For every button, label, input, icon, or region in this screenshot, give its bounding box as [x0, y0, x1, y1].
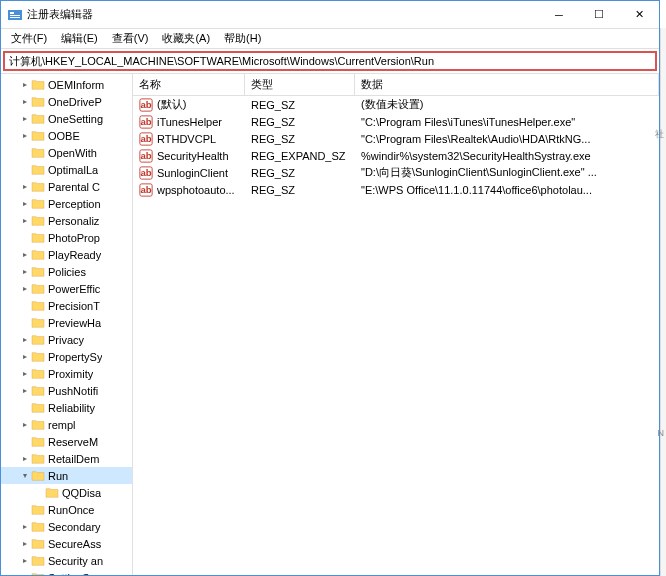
- tree-item[interactable]: PrecisionT: [1, 297, 132, 314]
- list-row[interactable]: abwpsphotoauto...REG_SZ"E:\WPS Office\11…: [133, 181, 659, 198]
- expander-icon[interactable]: ▸: [19, 539, 31, 548]
- tree-label: OneSetting: [48, 113, 103, 125]
- tree-label: SecureAss: [48, 538, 101, 550]
- titlebar[interactable]: 注册表编辑器 ─ ☐ ✕: [1, 1, 659, 29]
- tree-item[interactable]: ▸SettingSyn: [1, 569, 132, 575]
- expander-icon[interactable]: ▸: [19, 369, 31, 378]
- tree-label: PowerEffic: [48, 283, 100, 295]
- tree-item[interactable]: ReserveM: [1, 433, 132, 450]
- tree-item[interactable]: QQDisa: [1, 484, 132, 501]
- tree-item[interactable]: ▸Personaliz: [1, 212, 132, 229]
- col-header-type[interactable]: 类型: [245, 74, 355, 95]
- svg-text:ab: ab: [140, 166, 151, 177]
- tree-item[interactable]: ▸OneSetting: [1, 110, 132, 127]
- expander-icon[interactable]: ▸: [19, 352, 31, 361]
- menu-file[interactable]: 文件(F): [5, 29, 53, 48]
- svg-text:ab: ab: [140, 115, 151, 126]
- expander-icon[interactable]: ▸: [19, 386, 31, 395]
- close-button[interactable]: ✕: [619, 1, 659, 28]
- tree-item[interactable]: ▾Run: [1, 467, 132, 484]
- list-body: ab(默认)REG_SZ(数值未设置)abiTunesHelperREG_SZ"…: [133, 96, 659, 198]
- expander-icon[interactable]: ▸: [19, 267, 31, 276]
- value-data: "D:\向日葵\SunloginClient\SunloginClient.ex…: [355, 165, 659, 180]
- value-type: REG_EXPAND_SZ: [245, 150, 355, 162]
- menu-favorites[interactable]: 收藏夹(A): [156, 29, 216, 48]
- tree-item[interactable]: Reliability: [1, 399, 132, 416]
- menubar: 文件(F) 编辑(E) 查看(V) 收藏夹(A) 帮助(H): [1, 29, 659, 49]
- list-row[interactable]: ab(默认)REG_SZ(数值未设置): [133, 96, 659, 113]
- list-row[interactable]: abSunloginClientREG_SZ"D:\向日葵\SunloginCl…: [133, 164, 659, 181]
- expander-icon[interactable]: ▸: [19, 216, 31, 225]
- side-char: 社: [655, 128, 664, 141]
- tree-item[interactable]: ▸PowerEffic: [1, 280, 132, 297]
- expander-icon[interactable]: ▸: [19, 131, 31, 140]
- expander-icon[interactable]: ▸: [19, 80, 31, 89]
- tree-item[interactable]: PreviewHa: [1, 314, 132, 331]
- expander-icon[interactable]: ▸: [19, 335, 31, 344]
- tree-item[interactable]: ▸PushNotifi: [1, 382, 132, 399]
- tree-item[interactable]: ▸Proximity: [1, 365, 132, 382]
- tree-label: PrecisionT: [48, 300, 100, 312]
- tree-item[interactable]: ▸Secondary: [1, 518, 132, 535]
- window-title: 注册表编辑器: [27, 7, 539, 22]
- side-strip: 社 N: [660, 28, 666, 576]
- list-row[interactable]: abRTHDVCPLREG_SZ"C:\Program Files\Realte…: [133, 130, 659, 147]
- tree-item[interactable]: ▸Parental C: [1, 178, 132, 195]
- tree-item[interactable]: ▸PlayReady: [1, 246, 132, 263]
- col-header-name[interactable]: 名称: [133, 74, 245, 95]
- list-row[interactable]: abSecurityHealthREG_EXPAND_SZ%windir%\sy…: [133, 147, 659, 164]
- expander-icon[interactable]: ▸: [19, 182, 31, 191]
- expander-icon[interactable]: ▸: [19, 250, 31, 259]
- tree-label: Security an: [48, 555, 103, 567]
- tree-item[interactable]: RunOnce: [1, 501, 132, 518]
- tree-label: Parental C: [48, 181, 100, 193]
- tree-item[interactable]: ▸Perception: [1, 195, 132, 212]
- tree-pane[interactable]: ▸OEMInform▸OneDriveP▸OneSetting▸OOBEOpen…: [1, 74, 133, 575]
- tree-label: PropertySy: [48, 351, 102, 363]
- tree-item[interactable]: ▸Policies: [1, 263, 132, 280]
- minimize-button[interactable]: ─: [539, 1, 579, 28]
- menu-edit[interactable]: 编辑(E): [55, 29, 104, 48]
- value-name: iTunesHelper: [157, 116, 222, 128]
- expander-icon[interactable]: ▸: [19, 284, 31, 293]
- tree-item[interactable]: ▸RetailDem: [1, 450, 132, 467]
- expander-icon[interactable]: ▸: [19, 573, 31, 575]
- address-bar[interactable]: 计算机\HKEY_LOCAL_MACHINE\SOFTWARE\Microsof…: [3, 51, 657, 71]
- expander-icon[interactable]: ▸: [19, 522, 31, 531]
- expander-icon[interactable]: ▸: [19, 114, 31, 123]
- list-pane[interactable]: 名称 类型 数据 ab(默认)REG_SZ(数值未设置)abiTunesHelp…: [133, 74, 659, 575]
- tree-label: OOBE: [48, 130, 80, 142]
- tree-item[interactable]: ▸PropertySy: [1, 348, 132, 365]
- tree-item[interactable]: ▸SecureAss: [1, 535, 132, 552]
- expander-icon[interactable]: ▸: [19, 556, 31, 565]
- col-header-data[interactable]: 数据: [355, 74, 659, 95]
- tree-item[interactable]: PhotoProp: [1, 229, 132, 246]
- expander-icon[interactable]: ▾: [19, 471, 31, 480]
- expander-icon[interactable]: ▸: [19, 97, 31, 106]
- tree-item[interactable]: ▸rempl: [1, 416, 132, 433]
- value-type: REG_SZ: [245, 116, 355, 128]
- content-area: ▸OEMInform▸OneDriveP▸OneSetting▸OOBEOpen…: [1, 73, 659, 575]
- tree-label: Privacy: [48, 334, 84, 346]
- tree-label: OpenWith: [48, 147, 97, 159]
- menu-help[interactable]: 帮助(H): [218, 29, 267, 48]
- tree-label: ReserveM: [48, 436, 98, 448]
- tree-item[interactable]: ▸OEMInform: [1, 76, 132, 93]
- tree-item[interactable]: OptimalLa: [1, 161, 132, 178]
- menu-view[interactable]: 查看(V): [106, 29, 155, 48]
- maximize-button[interactable]: ☐: [579, 1, 619, 28]
- tree-label: OEMInform: [48, 79, 104, 91]
- list-row[interactable]: abiTunesHelperREG_SZ"C:\Program Files\iT…: [133, 113, 659, 130]
- expander-icon[interactable]: ▸: [19, 454, 31, 463]
- tree-item[interactable]: ▸Security an: [1, 552, 132, 569]
- tree-label: PushNotifi: [48, 385, 98, 397]
- expander-icon[interactable]: ▸: [19, 420, 31, 429]
- tree-item[interactable]: ▸OneDriveP: [1, 93, 132, 110]
- tree-item[interactable]: ▸OOBE: [1, 127, 132, 144]
- tree-label: PhotoProp: [48, 232, 100, 244]
- svg-text:ab: ab: [140, 98, 151, 109]
- expander-icon[interactable]: ▸: [19, 199, 31, 208]
- tree-item[interactable]: ▸Privacy: [1, 331, 132, 348]
- tree-label: Secondary: [48, 521, 101, 533]
- tree-item[interactable]: OpenWith: [1, 144, 132, 161]
